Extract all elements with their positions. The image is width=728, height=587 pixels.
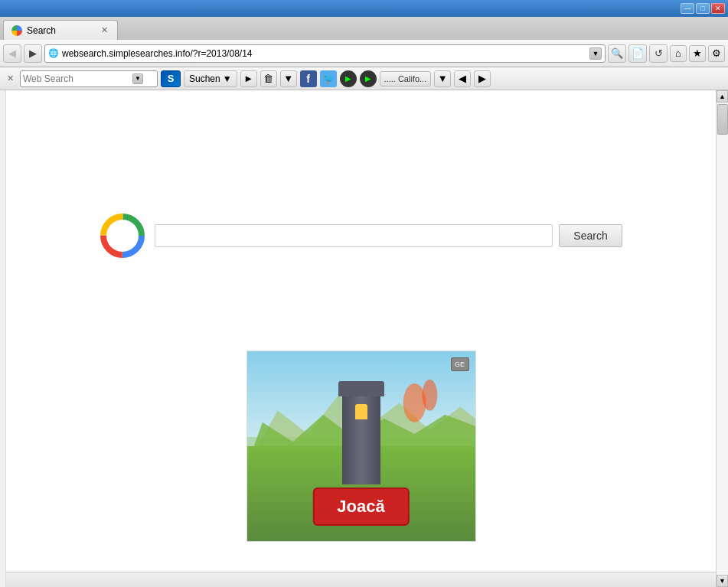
back-button[interactable]: ◀ [3, 44, 21, 63]
scroll-track [717, 103, 728, 575]
active-tab[interactable]: Search ✕ [3, 20, 118, 40]
window-chrome: — □ ✕ [0, 0, 728, 17]
tab-label: Search [27, 25, 56, 36]
content-area: Search [0, 90, 728, 587]
settings-icon[interactable]: ⚙ [708, 45, 725, 62]
trash-icon[interactable]: 🗑 [260, 70, 277, 87]
twitter-icon[interactable]: 🐦 [320, 70, 337, 87]
ad-tower-window [355, 404, 367, 419]
facebook-icon[interactable]: f [300, 70, 317, 87]
search-section: Search [100, 213, 622, 259]
suchen-label: Suchen [189, 73, 220, 84]
maximize-button[interactable]: □ [696, 3, 710, 14]
minimize-button[interactable]: — [681, 3, 694, 14]
tab-favicon-icon [11, 25, 22, 36]
main-content: Search [6, 90, 716, 587]
search-button[interactable]: Search [559, 224, 622, 247]
scroll-down-button[interactable]: ▼ [717, 575, 728, 587]
favorites-icon[interactable]: ★ [689, 45, 706, 62]
ring-logo [100, 213, 145, 259]
right-nav: ⌂ ★ ⚙ [670, 45, 725, 62]
nav-bar: ◀ ▶ 🌐 ▼ 🔍 📄 ↺ ⌂ ★ ⚙ [0, 40, 728, 67]
home-icon[interactable]: ⌂ [670, 45, 687, 62]
scroll-thumb[interactable] [717, 104, 728, 135]
ad-banner[interactable]: GE Joacă [246, 351, 476, 542]
media-button-2[interactable]: ▶ [360, 70, 377, 87]
menu-button[interactable]: ▼ [280, 70, 297, 87]
nav-right-button[interactable]: ▶ [474, 70, 491, 87]
close-button[interactable]: ✕ [711, 3, 725, 14]
web-search-input[interactable] [23, 73, 130, 84]
browser-icon: S [161, 70, 181, 87]
scroll-up-button[interactable]: ▲ [717, 90, 728, 103]
rss-button[interactable]: 📄 [628, 44, 647, 63]
forward-button[interactable]: ▶ [24, 44, 42, 63]
nav-left-button[interactable]: ◀ [454, 70, 471, 87]
svg-point-6 [403, 383, 426, 422]
calico-label[interactable]: ..... Califo... [380, 71, 432, 86]
suchen-button[interactable]: Suchen ▼ [184, 70, 237, 87]
right-scrollbar[interactable]: ▲ ▼ [716, 90, 728, 587]
media-button-1[interactable]: ▶ [340, 70, 357, 87]
search-input-wrapper: Search [155, 224, 622, 247]
tab-bar: Search ✕ [0, 17, 728, 40]
toolbar-search-container: ▼ [20, 70, 158, 87]
toolbar-close-button[interactable]: ✕ [3, 72, 17, 86]
address-bar[interactable]: 🌐 ▼ [44, 44, 606, 63]
ad-tower [342, 393, 380, 484]
refresh-button[interactable]: ↺ [649, 44, 668, 63]
search-magnifier-icon[interactable]: 🔍 [608, 44, 626, 63]
main-search-input[interactable] [155, 224, 553, 247]
address-input[interactable] [62, 48, 586, 59]
address-dropdown-button[interactable]: ▼ [589, 47, 602, 60]
svg-point-7 [422, 380, 437, 411]
ad-ge-icon: GE [451, 357, 469, 371]
calico-dropdown-button[interactable]: ▼ [434, 70, 451, 87]
address-lock-icon: 🌐 [48, 48, 59, 58]
toolbar: ✕ ▼ S Suchen ▼ ► 🗑 ▼ f 🐦 ▶ ▶ ..... Calif… [0, 67, 728, 90]
window-controls: — □ ✕ [681, 3, 725, 14]
status-bar [6, 572, 716, 587]
arrow-right-button[interactable]: ► [240, 70, 257, 87]
left-scrollbar [0, 90, 6, 587]
ad-scene: GE Joacă [247, 351, 475, 541]
tab-close-button[interactable]: ✕ [99, 25, 109, 36]
suchen-arrow-icon: ▼ [223, 73, 232, 84]
web-search-dropdown-button[interactable]: ▼ [132, 73, 143, 84]
ad-play-button[interactable]: Joacă [312, 488, 409, 526]
